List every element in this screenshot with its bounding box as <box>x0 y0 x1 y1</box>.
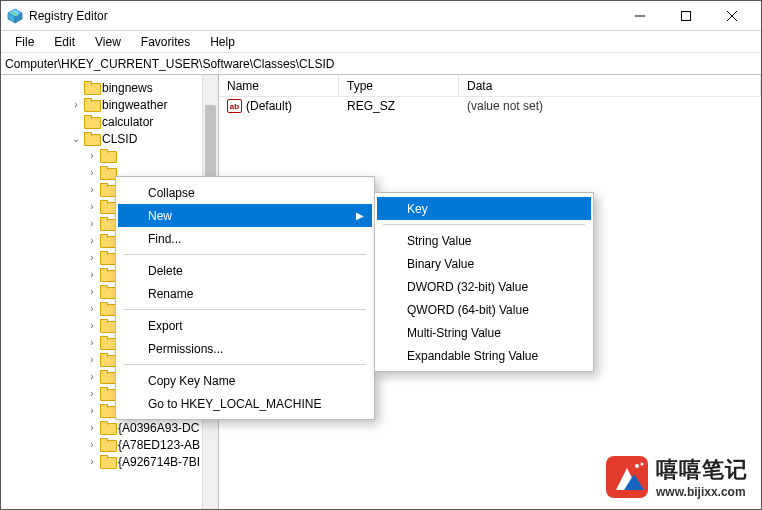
svg-rect-5 <box>682 11 691 20</box>
context-menu-item[interactable]: Copy Key Name <box>118 369 372 392</box>
menu-separator <box>124 309 366 310</box>
cell-name: ab (Default) <box>219 99 339 113</box>
cell-type: REG_SZ <box>339 99 459 113</box>
folder-icon <box>100 336 115 349</box>
chevron-right-icon[interactable]: › <box>87 354 97 365</box>
reg-sz-icon: ab <box>227 99 242 113</box>
chevron-right-icon[interactable]: › <box>87 235 97 246</box>
tree-item[interactable]: ⌄CLSID <box>1 130 218 147</box>
svg-point-11 <box>635 464 639 468</box>
list-row[interactable]: ab (Default) REG_SZ (value not set) <box>219 97 761 115</box>
tree-item-label: {A926714B-7BI <box>118 455 200 469</box>
folder-icon <box>100 285 115 298</box>
menu-separator <box>124 254 366 255</box>
menu-separator <box>124 364 366 365</box>
folder-icon <box>84 98 99 111</box>
folder-icon <box>100 217 115 230</box>
menu-view[interactable]: View <box>85 33 131 51</box>
col-header-data[interactable]: Data <box>459 75 761 96</box>
tree-item[interactable]: ›{A926714B-7BI <box>1 453 218 470</box>
context-menu-item[interactable]: Delete <box>118 259 372 282</box>
chevron-right-icon[interactable]: › <box>87 252 97 263</box>
chevron-right-icon[interactable]: › <box>87 218 97 229</box>
folder-icon <box>100 251 115 264</box>
tree-item[interactable]: ›bingweather <box>1 96 218 113</box>
window-title: Registry Editor <box>29 9 617 23</box>
chevron-right-icon[interactable]: › <box>71 99 81 110</box>
context-menu-item[interactable]: Expandable String Value <box>377 344 591 367</box>
context-menu-item[interactable]: Multi-String Value <box>377 321 591 344</box>
context-menu-item[interactable]: DWORD (32-bit) Value <box>377 275 591 298</box>
folder-icon <box>100 370 115 383</box>
cell-data: (value not set) <box>459 99 761 113</box>
context-menu-item[interactable]: Collapse <box>118 181 372 204</box>
scroll-thumb[interactable] <box>205 105 216 185</box>
context-menu-item[interactable]: QWORD (64-bit) Value <box>377 298 591 321</box>
tree-item-label: bingnews <box>102 81 153 95</box>
chevron-right-icon[interactable]: › <box>87 269 97 280</box>
tree-item-label: CLSID <box>102 132 137 146</box>
tree-item-label: {A78ED123-AB <box>118 438 200 452</box>
tree-item[interactable]: ›{A0396A93-DC <box>1 419 218 436</box>
chevron-right-icon[interactable]: › <box>87 167 97 178</box>
context-menu-item[interactable]: New▶ <box>118 204 372 227</box>
address-bar[interactable]: Computer\HKEY_CURRENT_USER\Software\Clas… <box>1 53 761 75</box>
folder-icon <box>100 438 115 451</box>
folder-icon <box>100 234 115 247</box>
folder-icon <box>100 387 115 400</box>
tree-item[interactable]: › <box>1 147 218 164</box>
watermark: 嘻嘻笔记 www.bijixx.com <box>604 454 748 500</box>
chevron-right-icon[interactable]: › <box>87 303 97 314</box>
chevron-right-icon[interactable]: › <box>87 439 97 450</box>
value-name: (Default) <box>246 99 292 113</box>
col-header-type[interactable]: Type <box>339 75 459 96</box>
context-menu-item[interactable]: Rename <box>118 282 372 305</box>
chevron-right-icon[interactable]: › <box>87 150 97 161</box>
context-menu-item[interactable]: Find... <box>118 227 372 250</box>
app-icon <box>7 8 23 24</box>
svg-point-12 <box>641 463 644 466</box>
menu-favorites[interactable]: Favorites <box>131 33 200 51</box>
tree-item[interactable]: bingnews <box>1 79 218 96</box>
folder-icon <box>100 302 115 315</box>
column-headers: Name Type Data <box>219 75 761 97</box>
context-submenu-new: KeyString ValueBinary ValueDWORD (32-bit… <box>374 192 594 372</box>
context-menu-item[interactable]: Go to HKEY_LOCAL_MACHINE <box>118 392 372 415</box>
window-controls <box>617 1 755 31</box>
maximize-button[interactable] <box>663 1 709 31</box>
address-path: Computer\HKEY_CURRENT_USER\Software\Clas… <box>5 57 334 71</box>
context-menu-item[interactable]: Permissions... <box>118 337 372 360</box>
folder-icon <box>100 183 115 196</box>
chevron-right-icon[interactable]: › <box>87 405 97 416</box>
chevron-right-icon[interactable]: › <box>87 201 97 212</box>
watermark-text-cn: 嘻嘻笔记 <box>656 455 748 485</box>
minimize-button[interactable] <box>617 1 663 31</box>
folder-icon <box>100 353 115 366</box>
folder-icon <box>100 455 115 468</box>
chevron-right-icon[interactable]: › <box>87 422 97 433</box>
submenu-arrow-icon: ▶ <box>356 210 364 221</box>
context-menu-item[interactable]: Key <box>377 197 591 220</box>
chevron-right-icon[interactable]: › <box>87 184 97 195</box>
context-menu-item[interactable]: String Value <box>377 229 591 252</box>
folder-icon <box>100 149 115 162</box>
chevron-right-icon[interactable]: › <box>87 371 97 382</box>
context-menu-item[interactable]: Binary Value <box>377 252 591 275</box>
close-button[interactable] <box>709 1 755 31</box>
menu-help[interactable]: Help <box>200 33 245 51</box>
chevron-right-icon[interactable]: › <box>87 337 97 348</box>
context-menu-item[interactable]: Export <box>118 314 372 337</box>
chevron-down-icon[interactable]: ⌄ <box>71 133 81 144</box>
menu-file[interactable]: File <box>5 33 44 51</box>
chevron-right-icon[interactable]: › <box>87 388 97 399</box>
menu-separator <box>383 224 585 225</box>
chevron-right-icon[interactable]: › <box>87 320 97 331</box>
col-header-name[interactable]: Name <box>219 75 339 96</box>
menu-edit[interactable]: Edit <box>44 33 85 51</box>
tree-item[interactable]: ›{A78ED123-AB <box>1 436 218 453</box>
chevron-right-icon[interactable]: › <box>87 286 97 297</box>
folder-icon <box>84 81 99 94</box>
chevron-right-icon[interactable]: › <box>87 456 97 467</box>
folder-icon <box>100 166 115 179</box>
tree-item[interactable]: calculator <box>1 113 218 130</box>
